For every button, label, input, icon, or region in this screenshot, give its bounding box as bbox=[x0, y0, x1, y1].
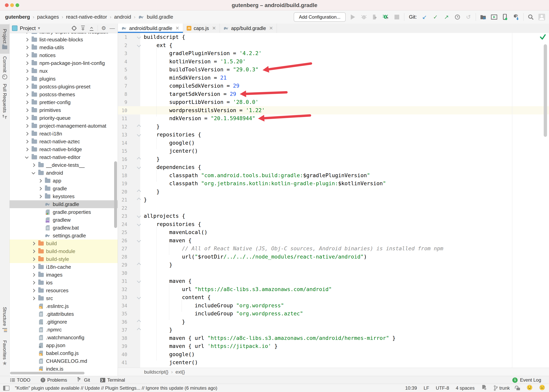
code-line-17[interactable]: dependencies { bbox=[144, 163, 201, 171]
line-number-33[interactable]: 33 bbox=[118, 295, 127, 300]
code-line-29[interactable]: } bbox=[144, 261, 172, 269]
breadcrumb-project[interactable]: gutenberg bbox=[5, 14, 30, 20]
chevron-right-icon[interactable] bbox=[25, 37, 30, 42]
chevron-right-icon[interactable] bbox=[25, 147, 30, 152]
breadcrumb-ext[interactable]: ext{} bbox=[176, 369, 185, 375]
tree-item-index.js[interactable]: JSindex.js bbox=[10, 365, 118, 371]
code-line-20[interactable]: } bbox=[144, 188, 160, 196]
line-number-2[interactable]: 2 bbox=[118, 43, 127, 48]
code-line-23[interactable]: allprojects { bbox=[144, 212, 185, 220]
stripe-tab-favorites[interactable]: Favorites ★ bbox=[0, 337, 9, 369]
line-number-18[interactable]: 18 bbox=[118, 173, 127, 178]
tree-item-i18n-cache[interactable]: i18n-cache bbox=[10, 263, 118, 271]
toolwindow-problems[interactable]: ! Problems bbox=[41, 377, 67, 383]
line-number-37[interactable]: 37 bbox=[118, 327, 127, 333]
toolwindow-toggle-icon[interactable] bbox=[3, 386, 9, 391]
line-number-25[interactable]: 25 bbox=[118, 230, 127, 235]
tab-caps-js[interactable]: JS caps.js ✕ bbox=[183, 23, 220, 33]
line-number-32[interactable]: 32 bbox=[118, 287, 127, 292]
feedback-sad-icon[interactable] bbox=[539, 385, 545, 392]
git-branch-widget[interactable]: trunk bbox=[493, 385, 510, 391]
chevron-right-icon[interactable] bbox=[25, 131, 30, 136]
chevron-right-icon[interactable] bbox=[25, 84, 30, 89]
tree-item-library-export-default-webpack[interactable]: library-export-default-webpack bbox=[10, 33, 118, 36]
chevron-right-icon[interactable] bbox=[31, 296, 36, 301]
breadcrumb-file[interactable]: build.gradle bbox=[147, 14, 173, 20]
tree-item-prettier-config[interactable]: prettier-config bbox=[10, 98, 118, 106]
close-tab-icon[interactable]: ✕ bbox=[269, 26, 273, 31]
line-number-15[interactable]: 15 bbox=[118, 148, 127, 154]
tree-vertical-scrollbar[interactable] bbox=[114, 161, 117, 228]
line-number-22[interactable]: 22 bbox=[118, 205, 127, 211]
line-ending-indicator[interactable]: LF bbox=[424, 385, 429, 391]
collapse-all-icon[interactable] bbox=[89, 26, 94, 31]
indent-indicator[interactable]: 4 spaces bbox=[456, 385, 475, 391]
tree-item-images[interactable]: images bbox=[10, 271, 118, 279]
code-line-18[interactable]: classpath "com.android.tools.build:gradl… bbox=[144, 171, 370, 180]
code-line-39[interactable]: maven { url 'https://jitpack.io' } bbox=[144, 342, 278, 350]
tree-item-react-native-bridge[interactable]: react-native-bridge bbox=[10, 146, 118, 153]
code-line-15[interactable]: jcenter() bbox=[144, 147, 198, 155]
breadcrumb-react-native-editor[interactable]: react-native-editor bbox=[66, 14, 107, 20]
git-push-icon[interactable]: ↗ bbox=[443, 13, 450, 21]
line-number-13[interactable]: 13 bbox=[118, 132, 127, 138]
tab-app-build-gradle[interactable]: app/build.gradle ✕ bbox=[220, 23, 277, 33]
avd-manager-icon[interactable] bbox=[490, 13, 498, 21]
line-number-14[interactable]: 14 bbox=[118, 140, 127, 146]
chevron-right-icon[interactable] bbox=[31, 272, 36, 277]
feedback-happy-icon[interactable] bbox=[527, 385, 533, 392]
tree-item-gradle[interactable]: gradle bbox=[10, 185, 118, 192]
run-icon[interactable] bbox=[349, 13, 357, 21]
editor-scrollbar[interactable] bbox=[544, 44, 547, 137]
tree-item-react-native-editor[interactable]: react-native-editor bbox=[10, 153, 118, 161]
tree-item-app[interactable]: app bbox=[10, 177, 118, 185]
code-line-32[interactable]: url "https://a8c-libs.s3.amazonaws.com/a… bbox=[144, 285, 332, 294]
chevron-right-icon[interactable] bbox=[31, 288, 36, 293]
tree-item-build-style[interactable]: build-style bbox=[10, 255, 118, 263]
code-line-34[interactable]: includeGroup "org.wordpress" bbox=[144, 301, 284, 310]
chevron-right-icon[interactable] bbox=[25, 100, 30, 105]
debug-icon[interactable] bbox=[360, 13, 368, 21]
code-line-7[interactable]: compileSdkVersion = 29 bbox=[144, 82, 239, 90]
line-number-3[interactable]: 3 bbox=[118, 51, 127, 56]
chevron-right-icon[interactable] bbox=[25, 76, 30, 81]
close-tab-icon[interactable]: ✕ bbox=[212, 26, 216, 31]
breadcrumb-android[interactable]: android bbox=[114, 14, 131, 20]
chevron-right-icon[interactable] bbox=[31, 162, 36, 168]
chevron-right-icon[interactable] bbox=[31, 257, 36, 262]
line-number-27[interactable]: 27 bbox=[118, 246, 127, 252]
tree-item-app.json[interactable]: {}app.json bbox=[10, 342, 118, 349]
code-line-25[interactable]: mavenLocal() bbox=[144, 228, 207, 236]
chevron-right-icon[interactable] bbox=[25, 108, 30, 113]
chevron-right-icon[interactable] bbox=[25, 139, 30, 144]
add-configuration-button[interactable]: Add Configuration... bbox=[294, 12, 345, 22]
chevron-right-icon[interactable] bbox=[31, 264, 36, 269]
tab-android-build-gradle[interactable]: android/build.gradle ✕ bbox=[118, 23, 183, 33]
chevron-right-icon[interactable] bbox=[25, 68, 30, 73]
sdk-manager-icon[interactable] bbox=[512, 13, 520, 21]
line-number-16[interactable]: 16 bbox=[118, 157, 127, 162]
toolwindow-git[interactable]: Git bbox=[77, 377, 90, 383]
stripe-tab-structure[interactable]: Structure bbox=[0, 304, 9, 335]
line-number-21[interactable]: 21 bbox=[118, 197, 127, 203]
tree-item-.npmrc[interactable]: .npmrc bbox=[10, 326, 118, 334]
code-line-41[interactable]: jcenter() bbox=[144, 358, 198, 366]
tree-item-build-module[interactable]: build-module bbox=[10, 247, 118, 255]
code-line-8[interactable]: targetSdkVersion = 29 bbox=[144, 90, 236, 98]
caret-position[interactable]: 10:39 bbox=[405, 385, 417, 391]
code-line-19[interactable]: classpath "org.jetbrains.kotlin:kotlin-g… bbox=[144, 179, 386, 188]
tree-item-.watchmanconfig[interactable]: .watchmanconfig bbox=[10, 334, 118, 342]
line-number-9[interactable]: 9 bbox=[118, 99, 127, 105]
line-number-30[interactable]: 30 bbox=[118, 271, 127, 276]
line-number-11[interactable]: 11 bbox=[118, 116, 127, 121]
line-number-4[interactable]: 4 bbox=[118, 59, 127, 64]
tree-item-react-i18n[interactable]: react-i18n bbox=[10, 130, 118, 138]
code-line-37[interactable]: } bbox=[144, 326, 172, 334]
chevron-down-icon[interactable]: ▼ bbox=[37, 26, 41, 30]
chevron-right-icon[interactable] bbox=[31, 241, 36, 246]
line-number-8[interactable]: 8 bbox=[118, 91, 127, 97]
chevron-right-icon[interactable] bbox=[38, 194, 43, 199]
tree-item-build.gradle[interactable]: build.gradle bbox=[10, 200, 118, 208]
code-line-3[interactable]: gradlePluginVersion = '4.2.2' bbox=[144, 49, 261, 57]
tree-item-build[interactable]: build bbox=[10, 239, 118, 247]
